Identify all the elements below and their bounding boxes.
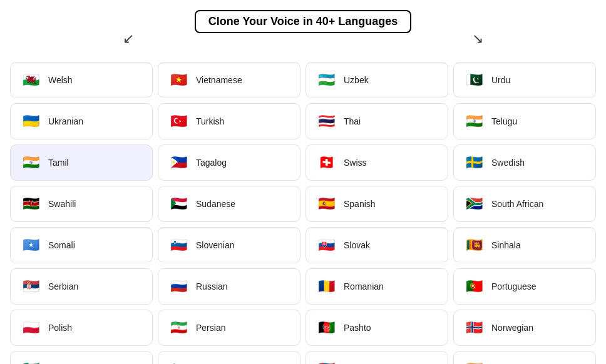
flag-swedish: 🇸🇪	[463, 151, 485, 174]
lang-card-slovenian[interactable]: 🇸🇮Slovenian	[158, 227, 300, 263]
arrow-left-icon: ↙	[123, 31, 134, 47]
flag-welsh: 🏴󠁧󠁢󠁷󠁬󠁳󠁿	[19, 69, 42, 91]
flag-polish: 🇵🇱	[19, 316, 42, 339]
lang-name-persian: Persian	[196, 323, 225, 333]
lang-card-swedish[interactable]: 🇸🇪Swedish	[453, 144, 596, 181]
flag-norwegian: 🇳🇴	[463, 316, 485, 339]
flag-portuguese: 🇵🇹	[463, 275, 485, 298]
flag-somali: 🇸🇴	[19, 234, 42, 256]
header-section: Clone Your Voice in 40+ Languages ↙ ↘	[10, 10, 596, 49]
lang-card-vietnamese[interactable]: 🇻🇳Vietnamese	[158, 62, 300, 98]
lang-card-sinhala[interactable]: 🇱🇰Sinhala	[453, 227, 596, 263]
lang-name-swahili: Swahili	[48, 199, 76, 209]
lang-card-tamil[interactable]: 🇮🇳Tamil	[10, 144, 153, 181]
flag-slovak: 🇸🇰	[315, 234, 337, 256]
lang-card-thai[interactable]: 🇹🇭Thai	[306, 103, 448, 139]
flag-vietnamese: 🇻🇳	[167, 69, 190, 91]
flag-nigerian: 🇳🇬	[19, 358, 42, 364]
lang-name-vietnamese: Vietnamese	[196, 75, 242, 85]
flag-swiss: 🇨🇭	[315, 151, 337, 174]
flag-pashto: 🇦🇫	[315, 316, 337, 339]
flag-telugu: 🇮🇳	[463, 110, 485, 133]
lang-name-welsh: Welsh	[48, 75, 73, 85]
lang-name-polish: Polish	[48, 323, 72, 333]
lang-name-swedish: Swedish	[491, 158, 525, 168]
lang-name-portuguese: Portuguese	[491, 281, 537, 291]
lang-card-ukranian[interactable]: 🇺🇦Ukranian	[10, 103, 153, 139]
lang-card-mongolian[interactable]: 🇲🇳Mongolian	[306, 351, 448, 364]
lang-card-nigerian[interactable]: 🇳🇬Nigerian	[10, 351, 153, 364]
flag-thai: 🇹🇭	[315, 110, 337, 133]
lang-card-pashto[interactable]: 🇦🇫Pashto	[306, 310, 448, 346]
flag-south-african: 🇿🇦	[463, 193, 485, 215]
flag-slovenian: 🇸🇮	[167, 234, 190, 256]
lang-name-ukranian: Ukranian	[48, 116, 83, 126]
lang-card-nepali[interactable]: 🇳🇵Nepali	[158, 351, 300, 364]
lang-name-russian: Russian	[196, 281, 228, 291]
flag-urdu: 🇵🇰	[463, 69, 485, 91]
lang-name-uzbek: Uzbek	[344, 75, 369, 85]
lang-name-telugu: Telugu	[491, 116, 517, 126]
lang-name-sinhala: Sinhala	[491, 240, 521, 250]
lang-name-swiss: Swiss	[344, 158, 367, 168]
lang-name-serbian: Serbian	[48, 281, 78, 291]
flag-marathi: 🇮🇳	[463, 358, 485, 364]
lang-name-tagalog: Tagalog	[196, 158, 227, 168]
flag-turkish: 🇹🇷	[167, 110, 190, 133]
lang-card-portuguese[interactable]: 🇵🇹Portuguese	[453, 268, 596, 305]
lang-card-norwegian[interactable]: 🇳🇴Norwegian	[453, 310, 596, 346]
flag-tagalog: 🇵🇭	[167, 151, 190, 174]
lang-card-russian[interactable]: 🇷🇺Russian	[158, 268, 300, 305]
lang-card-swahili[interactable]: 🇰🇪Swahili	[10, 186, 153, 222]
lang-name-spanish: Spanish	[344, 199, 376, 209]
lang-name-norwegian: Norwegian	[491, 323, 533, 333]
lang-name-south-african: South African	[491, 199, 543, 209]
lang-card-slovak[interactable]: 🇸🇰Slovak	[306, 227, 448, 263]
flag-swahili: 🇰🇪	[19, 193, 42, 215]
lang-card-persian[interactable]: 🇮🇷Persian	[158, 310, 300, 346]
lang-card-urdu[interactable]: 🇵🇰Urdu	[453, 62, 596, 98]
lang-card-swiss[interactable]: 🇨🇭Swiss	[306, 144, 448, 181]
lang-card-serbian[interactable]: 🇷🇸Serbian	[10, 268, 153, 305]
flag-russian: 🇷🇺	[167, 275, 190, 298]
lang-name-romanian: Romanian	[344, 281, 384, 291]
lang-card-uzbek[interactable]: 🇺🇿Uzbek	[306, 62, 448, 98]
lang-name-urdu: Urdu	[491, 75, 510, 85]
arrows: ↙ ↘	[10, 31, 596, 49]
lang-card-telugu[interactable]: 🇮🇳Telugu	[453, 103, 596, 139]
lang-card-romanian[interactable]: 🇷🇴Romanian	[306, 268, 448, 305]
arrow-right-icon: ↘	[472, 31, 483, 47]
flag-spanish: 🇪🇸	[315, 193, 337, 215]
flag-persian: 🇮🇷	[167, 316, 190, 339]
lang-card-marathi[interactable]: 🇮🇳Marathi	[453, 351, 596, 364]
lang-name-sudanese: Sudanese	[196, 199, 235, 209]
lang-name-slovenian: Slovenian	[196, 240, 235, 250]
lang-name-turkish: Turkish	[196, 116, 224, 126]
lang-name-tamil: Tamil	[48, 158, 69, 168]
flag-romanian: 🇷🇴	[315, 275, 337, 298]
lang-card-tagalog[interactable]: 🇵🇭Tagalog	[158, 144, 300, 181]
flag-sudanese: 🇸🇩	[167, 193, 190, 215]
lang-name-slovak: Slovak	[344, 240, 370, 250]
flag-ukranian: 🇺🇦	[19, 110, 42, 133]
lang-card-spanish[interactable]: 🇪🇸Spanish	[306, 186, 448, 222]
flag-uzbek: 🇺🇿	[315, 69, 337, 91]
page-title: Clone Your Voice in 40+ Languages	[195, 10, 412, 33]
lang-card-polish[interactable]: 🇵🇱Polish	[10, 310, 153, 346]
lang-name-somali: Somali	[48, 240, 75, 250]
lang-card-turkish[interactable]: 🇹🇷Turkish	[158, 103, 300, 139]
flag-tamil: 🇮🇳	[19, 151, 42, 174]
lang-card-south-african[interactable]: 🇿🇦South African	[453, 186, 596, 222]
language-grid: 🏴󠁧󠁢󠁷󠁬󠁳󠁿Welsh🇻🇳Vietnamese🇺🇿Uzbek🇵🇰Urdu🇺🇦U…	[10, 62, 596, 364]
lang-name-thai: Thai	[344, 116, 361, 126]
flag-sinhala: 🇱🇰	[463, 234, 485, 256]
lang-card-welsh[interactable]: 🏴󠁧󠁢󠁷󠁬󠁳󠁿Welsh	[10, 62, 153, 98]
flag-nepali: 🇳🇵	[167, 358, 190, 364]
lang-card-sudanese[interactable]: 🇸🇩Sudanese	[158, 186, 300, 222]
flag-mongolian: 🇲🇳	[315, 358, 337, 364]
lang-name-pashto: Pashto	[344, 323, 371, 333]
lang-card-somali[interactable]: 🇸🇴Somali	[10, 227, 153, 263]
flag-serbian: 🇷🇸	[19, 275, 42, 298]
